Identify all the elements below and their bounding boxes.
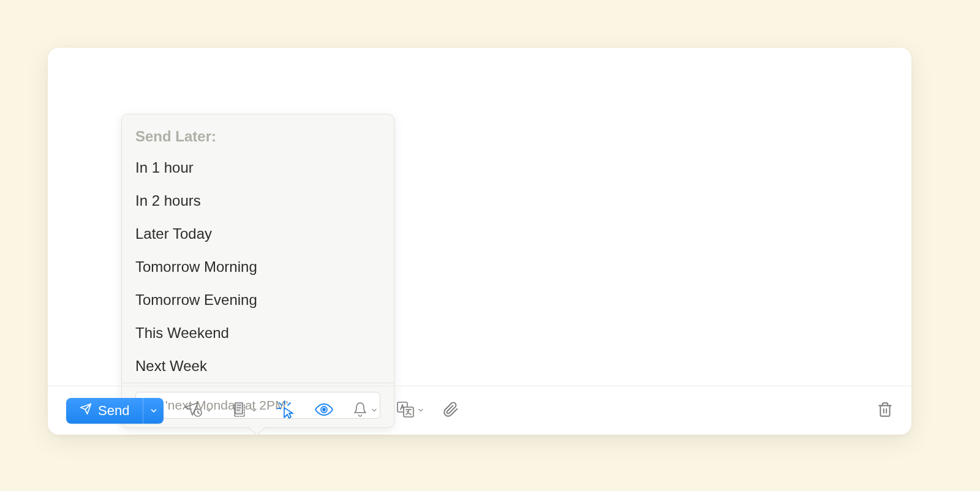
- send-button-label: Send: [98, 403, 129, 419]
- sparkle-cursor-icon: [276, 400, 296, 422]
- chevron-down-icon: [417, 405, 424, 416]
- send-later-options: In 1 hour In 2 hours Later Today Tomorro…: [122, 151, 394, 383]
- send-later-option-next-week[interactable]: Next Week: [122, 350, 394, 383]
- send-later-option-later-today[interactable]: Later Today: [122, 217, 394, 250]
- chevron-down-icon: [371, 405, 378, 416]
- send-later-popup: Send Later: In 1 hour In 2 hours Later T…: [121, 114, 394, 428]
- template-icon: [231, 401, 248, 421]
- chevron-down-icon: [149, 407, 158, 415]
- bell-icon: [352, 401, 368, 421]
- send-icon: [80, 403, 92, 419]
- svg-line-5: [198, 413, 200, 414]
- discard-button[interactable]: [877, 401, 893, 421]
- send-later-option-2hours[interactable]: In 2 hours: [122, 184, 394, 217]
- chevron-down-icon: [251, 405, 258, 416]
- translate-icon: [396, 401, 415, 421]
- svg-point-14: [323, 408, 325, 411]
- translate-button[interactable]: [396, 401, 424, 421]
- read-receipts-button[interactable]: [314, 402, 334, 419]
- paperclip-icon: [443, 401, 459, 421]
- send-dropdown-button[interactable]: [143, 398, 164, 424]
- compose-window: Send Later: In 1 hour In 2 hours Later T…: [48, 48, 911, 435]
- reminders-button[interactable]: [352, 401, 378, 421]
- send-button-group: Send: [66, 398, 164, 424]
- send-button[interactable]: Send: [66, 398, 143, 424]
- attachment-button[interactable]: [443, 401, 459, 421]
- click-tracking-button[interactable]: [276, 400, 296, 422]
- toolbar-actions: [184, 400, 459, 422]
- eye-icon: [314, 402, 334, 419]
- chevron-down-icon: [205, 405, 213, 416]
- svg-line-10: [279, 403, 282, 405]
- send-later-option-tomorrow-evening[interactable]: Tomorrow Evening: [122, 283, 394, 317]
- send-later-option-tomorrow-morning[interactable]: Tomorrow Morning: [122, 250, 394, 283]
- templates-button[interactable]: [231, 401, 258, 421]
- trash-icon: [877, 410, 893, 420]
- send-later-button[interactable]: [184, 402, 213, 420]
- send-later-option-1hour[interactable]: In 1 hour: [122, 151, 394, 184]
- compose-toolbar: Send: [48, 386, 911, 435]
- svg-line-11: [288, 403, 290, 405]
- send-later-icon: [184, 402, 203, 420]
- send-later-option-this-weekend[interactable]: This Weekend: [122, 317, 394, 350]
- send-later-header: Send Later:: [122, 114, 394, 151]
